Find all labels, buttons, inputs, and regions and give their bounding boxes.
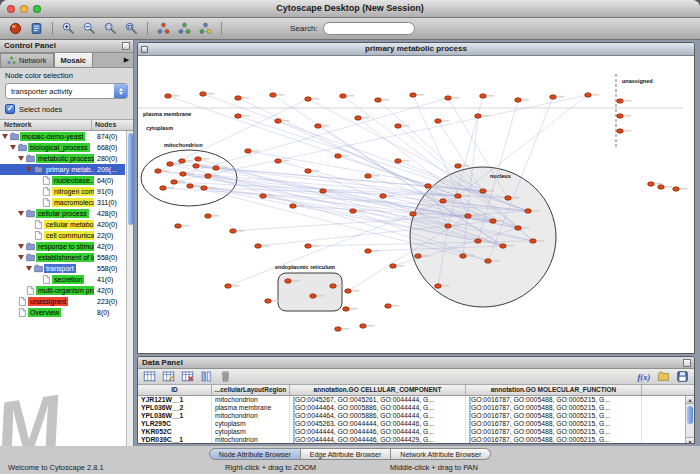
- tree-label: cell communicat...: [44, 231, 94, 240]
- table-row[interactable]: YLR295Ccytoplasm[GO:0045263, GO:0044444,…: [138, 420, 694, 428]
- search-input[interactable]: [323, 22, 415, 35]
- network-canvas[interactable]: plasma membranecytoplasmmitochondrionnuc…: [138, 56, 694, 354]
- tree-row-multi-organism-pro[interactable]: multi-organism pro...42(0): [0, 285, 125, 296]
- select-nodes-checkbox[interactable]: ✓: [5, 104, 15, 114]
- table-row[interactable]: YPL036W__1mitochondrion[GO:0044464, GO:0…: [138, 412, 694, 420]
- zoom-selected-region-icon[interactable]: [101, 20, 120, 37]
- tree-row-mosaic-demo-yeast[interactable]: mosaic-demo-yeast874(0): [0, 131, 125, 142]
- cytoscape-orb-icon[interactable]: [6, 20, 25, 37]
- expand-collapse-icon[interactable]: [2, 134, 8, 139]
- table-row[interactable]: YKR052Ccytoplasm[GO:0044444, GO:0044446,…: [138, 428, 694, 436]
- tree-row-cell-communicat[interactable]: cell communicat...22(0): [0, 230, 125, 241]
- network-tab-icon: [7, 56, 16, 65]
- zoom-out-icon[interactable]: [80, 20, 99, 37]
- column-header-id[interactable]: ID: [138, 385, 212, 395]
- tab-node-attribute-browser[interactable]: Node Attribute Browser: [209, 448, 301, 460]
- frame-close-button[interactable]: [141, 46, 148, 53]
- save-attributes-icon[interactable]: [674, 369, 691, 384]
- expand-collapse-icon[interactable]: [18, 211, 24, 216]
- tree-row-secretion[interactable]: secretion41(0): [0, 274, 125, 285]
- hide-selected-icon[interactable]: [154, 20, 173, 37]
- tab-scroll-right-button[interactable]: ▶: [120, 53, 133, 67]
- column-header-layout-region[interactable]: ...cellularLayoutRegion: [212, 385, 290, 395]
- svg-text:plasma membrane: plasma membrane: [143, 111, 191, 117]
- window-titlebar[interactable]: Cytoscape Desktop (New Session): [0, 0, 700, 18]
- table-row[interactable]: YDR039C__1mitochondrion[GO:0044444, GO:0…: [138, 436, 694, 444]
- tree-row-establishment-of-lo[interactable]: establishment of lo...558(0): [0, 252, 125, 263]
- tree-area: mosaic-demo-yeast874(0)biological_proces…: [0, 131, 133, 446]
- delete-row-icon[interactable]: [217, 369, 234, 384]
- expand-collapse-icon[interactable]: [18, 156, 24, 161]
- tree-node-count: 8(0): [94, 309, 109, 316]
- tree-header-nodes[interactable]: Nodes: [92, 120, 133, 130]
- tree-row-overview[interactable]: Overview8(0): [0, 307, 125, 318]
- select-attributes-icon[interactable]: [141, 369, 158, 384]
- zoom-fit-icon[interactable]: [122, 20, 141, 37]
- tree-row-macromolecule[interactable]: macromolecule...311(0): [0, 197, 125, 208]
- table-cell: YPL036W__1: [138, 412, 212, 420]
- tab-network-label: Network: [19, 56, 47, 65]
- apply-layout-icon[interactable]: [196, 20, 215, 37]
- tree-row-nucleobase[interactable]: nucleobase...64(0): [0, 175, 125, 186]
- scrollbar-thumb[interactable]: [687, 406, 693, 424]
- scroll-up-icon[interactable]: ▲: [686, 396, 694, 404]
- delete-attribute-icon[interactable]: [179, 369, 196, 384]
- table-cell: YPL036W__2: [138, 404, 212, 412]
- table-scrollbar[interactable]: ▲ ▼: [685, 396, 694, 444]
- svg-text:f(x): f(x): [637, 372, 650, 382]
- tree-header-network[interactable]: Network: [0, 120, 92, 130]
- float-panel-icon[interactable]: [683, 359, 691, 367]
- tab-network-attribute-browser[interactable]: Network Attribute Browser: [391, 448, 491, 460]
- tree-row-biological-process[interactable]: biological_process668(0): [0, 142, 125, 153]
- tab-mosaic[interactable]: Mosaic: [54, 52, 93, 67]
- control-panel-scrollbar[interactable]: [126, 131, 133, 446]
- tree-row-metabolic-process[interactable]: metabolic process280(0): [0, 153, 125, 164]
- import-attributes-icon[interactable]: [655, 369, 672, 384]
- tree-node-count: 428(0): [94, 210, 117, 217]
- save-session-icon[interactable]: [27, 20, 46, 37]
- table-cell: YJR121W__1: [138, 396, 212, 404]
- tree-row-transport[interactable]: transport558(0): [0, 263, 125, 274]
- create-attribute-icon[interactable]: [160, 369, 177, 384]
- expand-collapse-icon[interactable]: [26, 167, 32, 172]
- node-color-attribute-select[interactable]: transporter activity: [5, 83, 128, 99]
- tree-node-count: 42(0): [94, 287, 113, 294]
- svg-text:nucleus: nucleus: [490, 173, 511, 179]
- column-header-cellular-component[interactable]: annotation.GO CELLULAR_COMPONENT: [290, 385, 466, 395]
- expand-collapse-icon[interactable]: [18, 244, 24, 249]
- folder-icon: [26, 242, 35, 251]
- scroll-down-icon[interactable]: ▼: [686, 437, 694, 444]
- formula-builder-icon[interactable]: f(x): [636, 369, 653, 384]
- tree-row-cellular-metabo[interactable]: cellular metabo...420(0): [0, 219, 125, 230]
- zoom-in-icon[interactable]: [59, 20, 78, 37]
- main-toolbar-icons: [6, 20, 226, 37]
- float-panel-icon[interactable]: [122, 42, 130, 50]
- combo-arrows-icon: [114, 84, 127, 98]
- table-row[interactable]: YJR121W__1mitochondrion[GO:0045267, GO:0…: [138, 396, 694, 404]
- table-row[interactable]: YPL036W__2plasma membrane[GO:0044464, GO…: [138, 404, 694, 412]
- tree-row-unassigned[interactable]: unassigned223(0): [0, 296, 125, 307]
- tree-node-count: 41(0): [94, 276, 113, 283]
- folder-icon: [26, 253, 35, 262]
- attribute-columns-icon[interactable]: [198, 369, 215, 384]
- tab-network[interactable]: Network: [0, 53, 54, 67]
- expand-collapse-icon[interactable]: [10, 145, 16, 150]
- network-frame-titlebar[interactable]: primary metabolic process: [138, 43, 694, 56]
- table-cell: [GO:0016787, GO:0005488, GO:0005215, G..…: [466, 428, 642, 436]
- select-nodes-label: Select nodes: [19, 105, 62, 114]
- tree-label: multi-organism pro...: [36, 286, 94, 295]
- leaf-icon: [42, 187, 51, 196]
- new-network-from-selection-icon[interactable]: [175, 20, 194, 37]
- tree-row-nitrogen-compo[interactable]: nitrogen compo...91(0): [0, 186, 125, 197]
- expand-collapse-icon[interactable]: [26, 266, 32, 271]
- attribute-table-body: YJR121W__1mitochondrion[GO:0045267, GO:0…: [138, 396, 694, 444]
- column-header-molecular-function[interactable]: annotation.GO MOLECULAR_FUNCTION: [466, 385, 642, 395]
- tree-row-response-to-stimul[interactable]: response to stimul...42(0): [0, 241, 125, 252]
- tab-edge-attribute-browser[interactable]: Edge Attribute Browser: [301, 448, 392, 460]
- tree-node-count: 420(0): [94, 221, 117, 228]
- scrollbar-thumb[interactable]: [128, 133, 133, 225]
- tree-row-primary-metab[interactable]: primary metab...209(...: [0, 164, 125, 175]
- leaf-icon: [42, 275, 51, 284]
- tree-row-cellular-process[interactable]: cellular process428(0): [0, 208, 125, 219]
- expand-collapse-icon[interactable]: [18, 255, 24, 260]
